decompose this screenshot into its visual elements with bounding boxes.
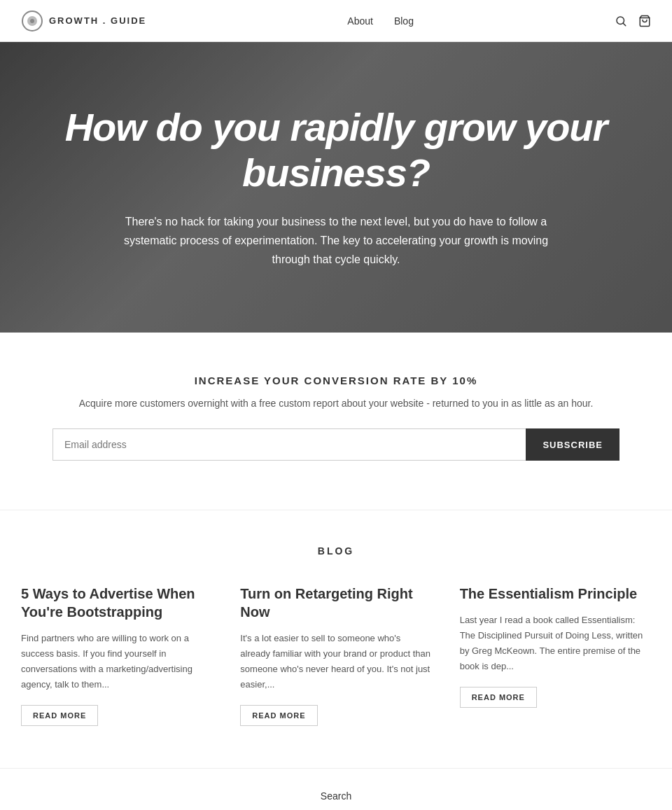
cart-icon: [638, 15, 651, 27]
blog-card-2: The Essentialism Principle Last year I r…: [460, 585, 651, 726]
hero-subtitle: There's no hack for taking your business…: [119, 212, 553, 270]
blog-card-excerpt-1: It's a lot easier to sell to someone who…: [240, 631, 431, 692]
logo-icon: [21, 10, 43, 32]
logo-text: GROWTH . GUIDE: [49, 15, 146, 26]
blog-section: BLOG 5 Ways to Advertise When You're Boo…: [0, 510, 672, 768]
cart-button[interactable]: [638, 15, 651, 27]
search-icon: [615, 15, 627, 27]
nav-about[interactable]: About: [347, 15, 373, 27]
svg-point-3: [617, 17, 624, 25]
blog-section-title: BLOG: [21, 545, 651, 557]
blog-card-excerpt-2: Last year I read a book called Essential…: [460, 613, 651, 674]
cta-description: Acquire more customers overnight with a …: [21, 398, 651, 409]
hero-section: How do you rapidly grow your business? T…: [0, 42, 672, 333]
blog-card-title-1: Turn on Retargeting Right Now: [240, 585, 431, 621]
blog-card-title-2: The Essentialism Principle: [460, 585, 651, 603]
cta-section: INCREASE YOUR CONVERSION RATE BY 10% Acq…: [0, 333, 672, 510]
blog-card-0: 5 Ways to Advertise When You're Bootstra…: [21, 585, 212, 726]
blog-card-excerpt-0: Find partners who are willing to work on…: [21, 631, 212, 692]
svg-line-4: [623, 23, 625, 25]
blog-grid: 5 Ways to Advertise When You're Bootstra…: [21, 585, 651, 726]
svg-point-2: [30, 19, 34, 23]
email-input[interactable]: [52, 428, 526, 461]
blog-card-title-0: 5 Ways to Advertise When You're Bootstra…: [21, 585, 212, 621]
read-more-button-0[interactable]: READ MORE: [21, 705, 98, 726]
logo[interactable]: GROWTH . GUIDE: [21, 10, 146, 32]
search-button[interactable]: [615, 15, 627, 27]
blog-card-1: Turn on Retargeting Right Now It's a lot…: [240, 585, 431, 726]
main-nav: About Blog: [347, 15, 414, 27]
cta-form: SUBSCRIBE: [52, 428, 620, 461]
cta-title: INCREASE YOUR CONVERSION RATE BY 10%: [21, 375, 651, 386]
nav-blog[interactable]: Blog: [394, 15, 414, 27]
footer-search-link[interactable]: Search: [321, 790, 351, 802]
site-header: GROWTH . GUIDE About Blog: [0, 0, 672, 42]
hero-title: How do you rapidly grow your business?: [56, 105, 616, 195]
header-icons: [615, 15, 651, 27]
read-more-button-1[interactable]: READ MORE: [240, 705, 317, 726]
footer-search: Search: [21, 790, 651, 802]
hero-content: How do you rapidly grow your business? T…: [0, 105, 672, 269]
subscribe-button[interactable]: SUBSCRIBE: [526, 428, 620, 461]
read-more-button-2[interactable]: READ MORE: [460, 687, 537, 708]
site-footer: Search © 2018, Growth.Guide Powered by S…: [0, 768, 672, 810]
